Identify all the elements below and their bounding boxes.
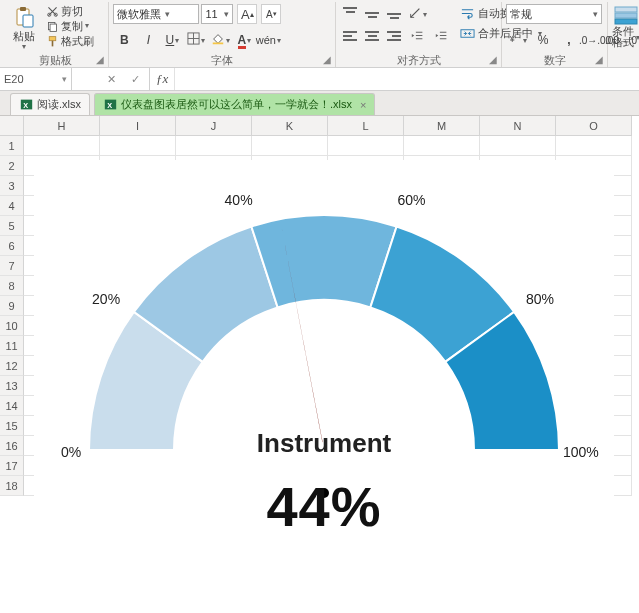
format-painter-button[interactable]: 格式刷 xyxy=(45,34,94,48)
italic-button[interactable]: I xyxy=(137,30,159,50)
orientation-icon xyxy=(408,6,422,23)
font-size-combo[interactable]: 11 ▾ xyxy=(201,4,233,24)
cell[interactable] xyxy=(404,136,480,156)
cell[interactable] xyxy=(480,136,556,156)
row-header[interactable]: 9 xyxy=(0,296,24,316)
cancel-formula-button[interactable]: ✕ xyxy=(103,71,119,87)
fx-buttons: ✕ ✓ xyxy=(72,68,150,90)
column-header[interactable]: H xyxy=(24,116,100,136)
font-name-combo[interactable]: 微软雅黑 ▾ xyxy=(113,4,199,24)
row-header[interactable]: 16 xyxy=(0,436,24,456)
cell[interactable] xyxy=(252,136,328,156)
workbook-tab[interactable]: X 仪表盘图表居然可以这么简单，一学就会！.xlsx × xyxy=(94,93,375,115)
paste-label: 粘贴 xyxy=(13,30,35,42)
cell[interactable] xyxy=(556,136,632,156)
column-header[interactable]: M xyxy=(404,116,480,136)
wrap-text-icon xyxy=(459,5,475,21)
borders-button[interactable] xyxy=(185,30,207,50)
chevron-down-icon: ▾ xyxy=(62,74,67,84)
row-header[interactable]: 15 xyxy=(0,416,24,436)
ribbon-group-alignment: 自动换行 合并后居中 对齐方式 ◢ xyxy=(336,2,502,67)
row-header[interactable]: 13 xyxy=(0,376,24,396)
align-center-button[interactable] xyxy=(362,27,382,45)
grow-font-button[interactable]: A▴ xyxy=(237,4,257,24)
svg-rect-15 xyxy=(615,7,637,12)
align-right-button[interactable] xyxy=(384,27,404,45)
comma-format-button[interactable]: , xyxy=(558,30,580,50)
row-header[interactable]: 3 xyxy=(0,176,24,196)
column-header[interactable]: J xyxy=(176,116,252,136)
accept-formula-button[interactable]: ✓ xyxy=(127,71,143,87)
row-header[interactable]: 5 xyxy=(0,216,24,236)
comma-icon: , xyxy=(567,33,570,47)
row-header[interactable]: 18 xyxy=(0,476,24,496)
font-color-icon: A xyxy=(238,33,247,47)
dialog-launcher-alignment[interactable]: ◢ xyxy=(487,53,499,65)
conditional-formatting-button[interactable]: 条件格式 ▾ xyxy=(612,4,639,48)
column-header[interactable]: L xyxy=(328,116,404,136)
cell[interactable] xyxy=(328,136,404,156)
align-middle-button[interactable] xyxy=(362,4,382,22)
copy-button[interactable]: 复制 ▾ xyxy=(45,19,94,33)
number-format-combo[interactable]: 常规 ▾ xyxy=(506,4,602,24)
formula-input[interactable] xyxy=(175,68,639,90)
cell[interactable] xyxy=(24,136,100,156)
cut-button[interactable]: 剪切 xyxy=(45,4,94,18)
row-header[interactable]: 6 xyxy=(0,236,24,256)
dialog-launcher-number[interactable]: ◢ xyxy=(593,53,605,65)
indent-left-icon xyxy=(411,29,424,45)
decrease-indent-button[interactable] xyxy=(406,27,428,47)
paste-button[interactable]: 粘贴 ▾ xyxy=(6,4,42,51)
svg-rect-12 xyxy=(213,42,224,44)
accounting-format-button[interactable]: ¥ xyxy=(506,30,528,50)
svg-rect-17 xyxy=(615,19,637,24)
workbook-tab[interactable]: X 阅读.xlsx xyxy=(10,93,90,115)
column-header[interactable]: K xyxy=(252,116,328,136)
percent-format-button[interactable]: % xyxy=(532,30,554,50)
workbook-tab-label: 仪表盘图表居然可以这么简单，一学就会！.xlsx xyxy=(121,97,352,112)
svg-rect-13 xyxy=(460,29,473,37)
row-header[interactable]: 12 xyxy=(0,356,24,376)
row-header[interactable]: 17 xyxy=(0,456,24,476)
font-color-button[interactable]: A xyxy=(233,30,255,50)
number-format-value: 常规 xyxy=(510,7,532,22)
dialog-launcher-font[interactable]: ◢ xyxy=(321,53,333,65)
conditional-formatting-icon xyxy=(612,4,639,26)
excel-file-icon: X xyxy=(19,98,33,112)
cell[interactable] xyxy=(100,136,176,156)
cell[interactable] xyxy=(176,136,252,156)
row-header[interactable]: 4 xyxy=(0,196,24,216)
bold-button[interactable]: B xyxy=(113,30,135,50)
name-box[interactable]: E20 ▾ xyxy=(0,68,72,90)
excel-file-icon: X xyxy=(103,98,117,112)
chevron-down-icon: ▾ xyxy=(165,9,170,19)
align-left-button[interactable] xyxy=(340,27,360,45)
gauge-chart[interactable]: 0%20%40%60%80%100%Instrument44% xyxy=(34,160,614,590)
column-header[interactable]: O xyxy=(556,116,632,136)
row-header[interactable]: 8 xyxy=(0,276,24,296)
row-header[interactable]: 2 xyxy=(0,156,24,176)
dialog-launcher-clipboard[interactable]: ◢ xyxy=(94,53,106,65)
close-tab-button[interactable]: × xyxy=(360,99,366,111)
chevron-down-icon: ▾ xyxy=(224,9,229,19)
increase-indent-button[interactable] xyxy=(430,27,452,47)
align-bottom-button[interactable] xyxy=(384,4,404,22)
row-header[interactable]: 14 xyxy=(0,396,24,416)
border-icon xyxy=(187,32,200,48)
increase-decimal-button[interactable]: .0→.00 xyxy=(584,30,606,50)
phonetic-guide-button[interactable]: wén xyxy=(257,30,279,50)
align-top-button[interactable] xyxy=(340,4,360,22)
currency-icon: ¥ xyxy=(508,32,521,48)
row-header[interactable]: 7 xyxy=(0,256,24,276)
fx-icon[interactable]: ƒx xyxy=(150,68,175,90)
column-header[interactable]: I xyxy=(100,116,176,136)
row-header[interactable]: 10 xyxy=(0,316,24,336)
select-all-corner[interactable] xyxy=(0,116,24,136)
underline-button[interactable]: U xyxy=(161,30,183,50)
row-header[interactable]: 11 xyxy=(0,336,24,356)
column-header[interactable]: N xyxy=(480,116,556,136)
orientation-button[interactable] xyxy=(406,4,428,24)
row-header[interactable]: 1 xyxy=(0,136,24,156)
fill-color-button[interactable] xyxy=(209,30,231,50)
shrink-font-button[interactable]: A▾ xyxy=(261,4,281,24)
